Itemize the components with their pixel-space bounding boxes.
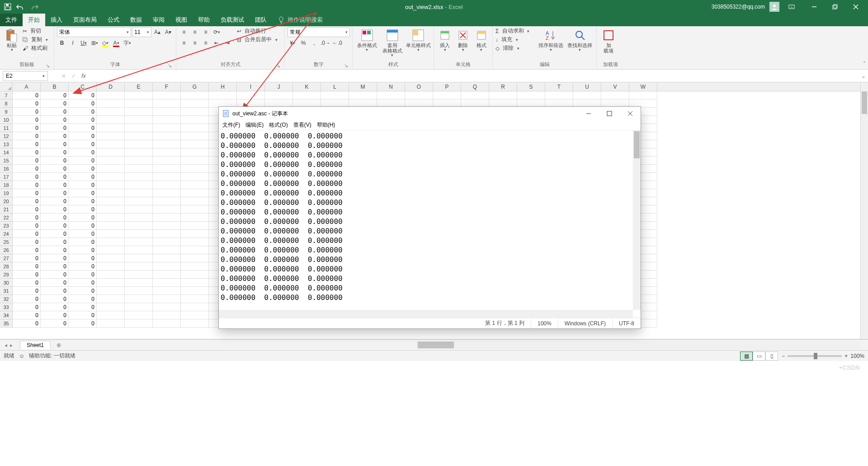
- cell[interactable]: [97, 279, 125, 287]
- cell[interactable]: 0: [69, 108, 97, 116]
- cell[interactable]: [125, 173, 153, 181]
- delete-cells-button[interactable]: 删除▾: [455, 27, 471, 52]
- tab-data[interactable]: 数据: [125, 14, 147, 26]
- cell[interactable]: [153, 173, 181, 181]
- cell[interactable]: 0: [69, 124, 97, 132]
- cell[interactable]: [181, 197, 209, 205]
- cell[interactable]: 0: [13, 303, 41, 311]
- tab-review[interactable]: 审阅: [147, 14, 170, 26]
- row-header[interactable]: 30: [0, 279, 13, 287]
- cell[interactable]: [97, 230, 125, 238]
- column-header[interactable]: A: [13, 82, 41, 91]
- column-header[interactable]: R: [489, 82, 517, 91]
- addins-button[interactable]: 加 载项: [599, 27, 618, 53]
- cell[interactable]: [209, 91, 237, 100]
- cell[interactable]: [237, 91, 265, 100]
- undo-icon[interactable]: [14, 2, 24, 12]
- cell[interactable]: 0: [41, 262, 69, 271]
- cell[interactable]: [97, 173, 125, 181]
- column-header[interactable]: H: [209, 82, 237, 91]
- row-header[interactable]: 23: [0, 222, 13, 230]
- cell[interactable]: [181, 205, 209, 214]
- align-launcher-icon[interactable]: ↘: [275, 63, 281, 68]
- cell[interactable]: 0: [69, 295, 97, 303]
- row-header[interactable]: 18: [0, 181, 13, 189]
- accessibility-icon[interactable]: ☺: [19, 353, 24, 359]
- row-header[interactable]: 16: [0, 165, 13, 173]
- column-header[interactable]: N: [377, 82, 405, 91]
- dec-indent-button[interactable]: ⇤: [212, 38, 222, 48]
- cell[interactable]: 0: [13, 165, 41, 173]
- clipboard-launcher-icon[interactable]: ↘: [45, 63, 50, 68]
- row-header[interactable]: 21: [0, 205, 13, 214]
- cell[interactable]: 0: [13, 140, 41, 148]
- tab-help[interactable]: 帮助: [193, 14, 215, 26]
- cell[interactable]: [153, 214, 181, 222]
- font-name-select[interactable]: 宋体▾: [57, 27, 131, 37]
- notepad-menu-help[interactable]: 帮助(H): [317, 121, 335, 129]
- cell[interactable]: [97, 254, 125, 262]
- clear-button[interactable]: ◇ 清除 ▾: [495, 44, 535, 52]
- cell[interactable]: [153, 157, 181, 165]
- row-header[interactable]: 27: [0, 254, 13, 262]
- cell[interactable]: [153, 189, 181, 197]
- cell[interactable]: 0: [41, 148, 69, 157]
- cell[interactable]: [181, 148, 209, 157]
- tab-formulas[interactable]: 公式: [102, 14, 125, 26]
- cell[interactable]: [181, 271, 209, 279]
- collapse-ribbon-icon[interactable]: ˆ: [863, 61, 865, 67]
- cell[interactable]: [125, 279, 153, 287]
- column-header[interactable]: V: [601, 82, 629, 91]
- bold-button[interactable]: B: [57, 38, 67, 48]
- format-cells-button[interactable]: 格式▾: [473, 27, 490, 52]
- cell[interactable]: 0: [69, 222, 97, 230]
- autosum-button[interactable]: Σ 自动求和 ▾: [495, 27, 535, 35]
- cell[interactable]: 0: [41, 214, 69, 222]
- align-bottom-button[interactable]: ≡: [201, 27, 211, 37]
- cell[interactable]: 0: [69, 238, 97, 246]
- cell[interactable]: [181, 222, 209, 230]
- align-middle-button[interactable]: ≡: [190, 27, 200, 37]
- tab-layout[interactable]: 页面布局: [68, 14, 102, 26]
- cell[interactable]: [181, 303, 209, 311]
- cell[interactable]: [181, 108, 209, 116]
- cell[interactable]: 0: [41, 181, 69, 189]
- cell[interactable]: [97, 165, 125, 173]
- row-header[interactable]: 19: [0, 189, 13, 197]
- cut-button[interactable]: ✂ 剪切: [23, 27, 48, 35]
- cell[interactable]: [125, 189, 153, 197]
- cell[interactable]: [181, 181, 209, 189]
- cell[interactable]: [181, 140, 209, 148]
- column-header[interactable]: B: [41, 82, 69, 91]
- cell[interactable]: 0: [69, 205, 97, 214]
- cell[interactable]: 0: [13, 246, 41, 254]
- cell[interactable]: [181, 100, 209, 108]
- notepad-maximize-button[interactable]: [599, 107, 620, 120]
- cell[interactable]: [125, 295, 153, 303]
- cell[interactable]: 0: [13, 132, 41, 140]
- cell-styles-button[interactable]: 单元格样式▾: [406, 27, 431, 52]
- cell[interactable]: [97, 287, 125, 295]
- horizontal-scrollbar[interactable]: [416, 341, 860, 349]
- ribbon-display-options-icon[interactable]: [781, 0, 802, 14]
- cell[interactable]: [125, 148, 153, 157]
- cell[interactable]: 0: [41, 246, 69, 254]
- cell[interactable]: 0: [13, 91, 41, 100]
- font-color-button[interactable]: A▾: [111, 38, 121, 48]
- cell[interactable]: 0: [13, 181, 41, 189]
- column-header[interactable]: F: [153, 82, 181, 91]
- cell[interactable]: [125, 157, 153, 165]
- column-header[interactable]: P: [433, 82, 461, 91]
- notepad-text-area[interactable]: 0.000000 0.000000 0.000000 0.000000 0.00…: [219, 130, 641, 318]
- enter-formula-icon[interactable]: ✓: [71, 73, 76, 79]
- cell[interactable]: [97, 124, 125, 132]
- cell[interactable]: [181, 279, 209, 287]
- cell[interactable]: [125, 181, 153, 189]
- insert-function-icon[interactable]: fx: [81, 72, 86, 79]
- percent-button[interactable]: %: [298, 38, 308, 48]
- cell[interactable]: 0: [13, 222, 41, 230]
- notepad-menu-format[interactable]: 格式(O): [269, 121, 288, 129]
- cell[interactable]: [97, 205, 125, 214]
- cell[interactable]: [125, 230, 153, 238]
- cell[interactable]: [97, 181, 125, 189]
